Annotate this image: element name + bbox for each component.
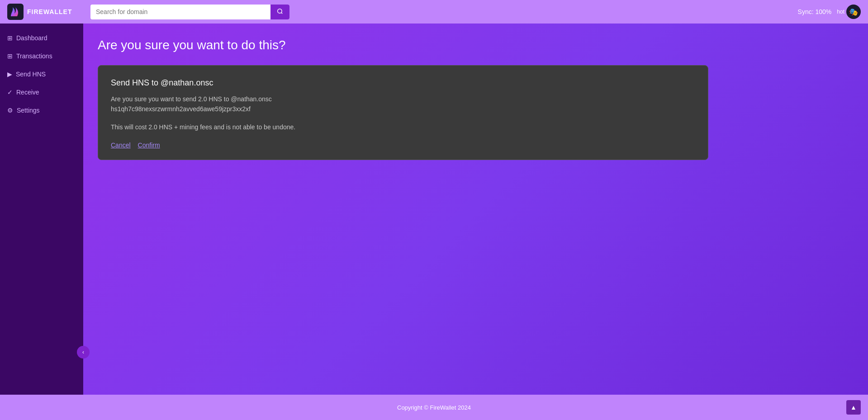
card-description-line2: hs1qh7c98nexsrzwrmnh2avved6awe59jzpr3xx2… (111, 104, 695, 114)
settings-icon: ⚙ (7, 107, 13, 114)
cancel-button[interactable]: Cancel (111, 142, 131, 149)
main-content: Are you sure you want to do this? Send H… (83, 24, 868, 395)
app-footer: Copyright © FireWallet 2024 ▲ (0, 395, 868, 420)
wallet-type-label: hot (837, 9, 844, 15)
scroll-top-button[interactable]: ▲ (846, 400, 861, 415)
card-description-line1: Are you sure you want to send 2.0 HNS to… (111, 94, 695, 104)
collapse-icon: ‹ (82, 349, 84, 355)
main-layout: ⊞ Dashboard ⊞ Transactions ▶ Send HNS ✓ … (0, 24, 868, 395)
sidebar-item-settings[interactable]: ⚙ Settings (0, 101, 83, 119)
receive-icon: ✓ (7, 89, 13, 96)
confirm-card: Send HNS to @nathan.onsc Are you sure yo… (98, 65, 708, 160)
card-title: Send HNS to @nathan.onsc (111, 78, 695, 88)
logo-area: FIREWALLET (7, 4, 90, 20)
sidebar-item-label: Settings (17, 107, 40, 114)
svg-rect-0 (7, 4, 24, 20)
card-description: Are you sure you want to send 2.0 HNS to… (111, 94, 695, 114)
transactions-icon: ⊞ (7, 52, 13, 60)
dashboard-icon: ⊞ (7, 34, 13, 42)
sidebar-item-transactions[interactable]: ⊞ Transactions (0, 47, 83, 65)
app-header: FIREWALLET Sync: 100% hot 🎭 (0, 0, 868, 24)
sidebar-item-receive[interactable]: ✓ Receive (0, 83, 83, 101)
firewallet-logo (7, 4, 24, 20)
sidebar-item-label: Transactions (16, 52, 52, 60)
svg-point-1 (278, 9, 282, 13)
search-icon (277, 8, 283, 14)
sidebar-collapse-button[interactable]: ‹ (77, 346, 90, 359)
sidebar: ⊞ Dashboard ⊞ Transactions ▶ Send HNS ✓ … (0, 24, 83, 395)
card-actions: Cancel Confirm (111, 142, 695, 149)
card-warning: This will cost 2.0 HNS + mining fees and… (111, 123, 695, 131)
scroll-top-icon: ▲ (850, 404, 857, 411)
sidebar-item-label: Send HNS (16, 71, 46, 78)
app-name: FIREWALLET (27, 8, 72, 15)
sidebar-item-label: Receive (16, 89, 39, 96)
sidebar-item-send-hns[interactable]: ▶ Send HNS (0, 65, 83, 83)
page-title: Are you sure you want to do this? (98, 38, 854, 52)
header-right: Sync: 100% hot 🎭 (798, 5, 861, 19)
sidebar-item-label: Dashboard (16, 34, 47, 42)
svg-line-2 (281, 12, 283, 14)
search-input[interactable] (90, 5, 270, 19)
send-icon: ▶ (7, 71, 12, 78)
search-button[interactable] (270, 5, 289, 19)
copyright-text: Copyright © FireWallet 2024 (397, 404, 471, 411)
search-bar[interactable] (90, 5, 289, 19)
avatar: 🎭 (846, 5, 861, 19)
wallet-badge: hot 🎭 (837, 5, 861, 19)
confirm-button[interactable]: Confirm (138, 142, 160, 149)
sidebar-item-dashboard[interactable]: ⊞ Dashboard (0, 29, 83, 47)
sync-status: Sync: 100% (798, 8, 832, 15)
